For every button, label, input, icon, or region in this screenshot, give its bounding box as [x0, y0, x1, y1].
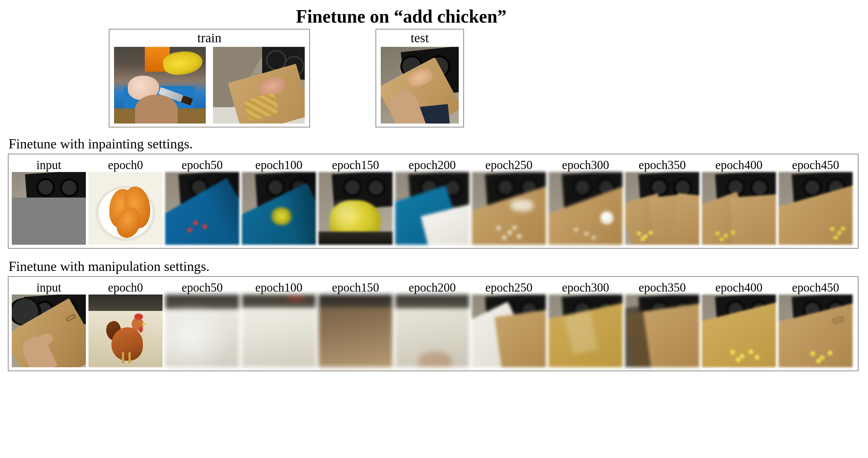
- train-image-1: [114, 47, 206, 123]
- test-image-1: [381, 47, 459, 123]
- col-label: epoch0: [108, 279, 143, 295]
- manipulation-input-tile: [12, 295, 86, 367]
- test-panel-label: test: [381, 30, 459, 45]
- col-label: epoch200: [409, 279, 456, 295]
- manipulation-epoch150-tile: [318, 295, 393, 367]
- manipulation-epoch400-tile: [702, 295, 776, 367]
- train-panel: train: [109, 29, 310, 127]
- inpainting-epoch50-tile: [165, 172, 239, 245]
- train-test-row: train test: [109, 29, 860, 127]
- col-label: input: [36, 157, 61, 172]
- col-label: input: [36, 279, 61, 295]
- figure-title: Finetune on “add chicken”: [0, 6, 860, 27]
- col-label: epoch350: [639, 279, 686, 295]
- manipulation-epoch450-tile: [779, 295, 852, 367]
- inpainting-row: input epoch0 epoch50 epoch100 epoch150 e…: [8, 154, 859, 249]
- inpainting-input-tile: [12, 172, 86, 245]
- manipulation-epoch350-tile: [625, 295, 699, 367]
- col-label: epoch0: [108, 157, 143, 172]
- col-label: epoch200: [409, 157, 456, 172]
- manipulation-epoch100-tile: [242, 295, 316, 367]
- col-label: epoch350: [639, 157, 686, 172]
- manipulation-epoch50-tile: [165, 295, 239, 367]
- col-label: epoch150: [332, 279, 379, 295]
- manipulation-epoch250-tile: [472, 295, 546, 367]
- manipulation-row: input epoch0 epoch50 epoch100 epoch150 e…: [8, 276, 859, 371]
- inpainting-epoch250-tile: [472, 172, 546, 245]
- col-label: epoch150: [332, 157, 379, 172]
- col-label: epoch400: [715, 279, 763, 295]
- inpainting-epoch200-tile: [395, 172, 469, 245]
- inpainting-epoch0-tile: [89, 172, 162, 245]
- inpainting-epoch350-tile: [625, 172, 699, 245]
- col-label: epoch450: [792, 157, 839, 172]
- train-panel-label: train: [114, 30, 305, 45]
- col-label: epoch250: [485, 279, 532, 295]
- manipulation-epoch300-tile: [549, 295, 623, 367]
- col-label: epoch50: [182, 157, 222, 172]
- col-label: epoch300: [562, 157, 609, 172]
- col-label: epoch100: [255, 157, 303, 172]
- manipulation-epoch200-tile: [395, 295, 469, 367]
- manipulation-section-label: Finetune with manipulation settings.: [8, 258, 860, 274]
- col-label: epoch100: [255, 279, 303, 295]
- inpainting-section-label: Finetune with inpainting settings.: [8, 136, 860, 152]
- col-label: epoch50: [182, 279, 222, 295]
- col-label: epoch300: [562, 279, 609, 295]
- col-label: epoch250: [485, 157, 532, 172]
- inpainting-epoch300-tile: [549, 172, 623, 245]
- inpainting-epoch150-tile: [318, 172, 393, 245]
- col-label: epoch450: [792, 279, 839, 295]
- inpainting-epoch450-tile: [779, 172, 852, 245]
- test-panel: test: [375, 29, 464, 127]
- inpainting-epoch100-tile: [242, 172, 316, 245]
- train-image-2: [213, 47, 305, 123]
- col-label: epoch400: [715, 157, 763, 172]
- inpainting-epoch400-tile: [702, 172, 776, 245]
- manipulation-epoch0-tile: [89, 295, 162, 367]
